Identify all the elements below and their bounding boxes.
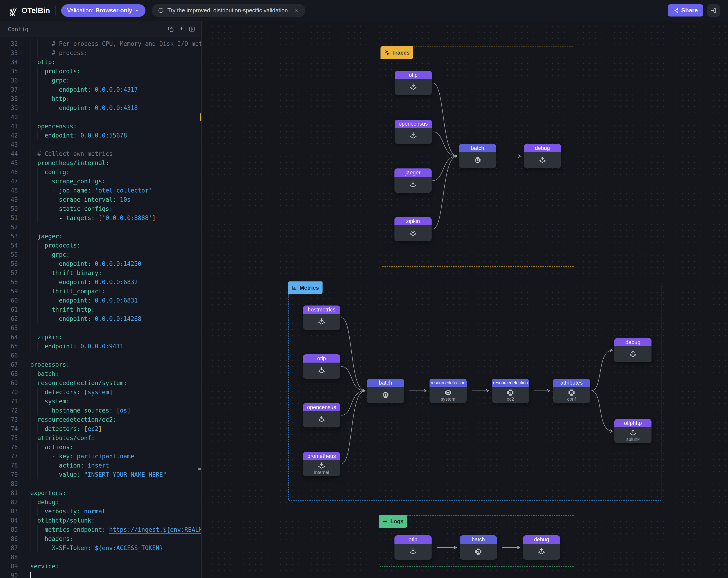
- code-line[interactable]: 88: [0, 553, 201, 562]
- notice-close-button[interactable]: [294, 8, 300, 13]
- node-t-jaeger[interactable]: jaeger: [394, 169, 432, 193]
- code-line[interactable]: 73 resourcedetection/ec2:: [0, 415, 201, 424]
- code-line[interactable]: 76 actions:: [0, 443, 201, 452]
- code-line[interactable]: 60 endpoint: 0.0.0.0:6831: [0, 296, 201, 305]
- code-text: otlp:: [30, 57, 55, 67]
- code-line[interactable]: 53 jaeger:: [0, 232, 201, 241]
- code-line[interactable]: 62 endpoint: 0.0.0.0:14268: [0, 314, 201, 323]
- node-title: jaeger: [394, 169, 432, 177]
- code-line[interactable]: 75 attributes/conf:: [0, 433, 201, 443]
- code-line[interactable]: 56 endpoint: 0.0.0.0:14250: [0, 259, 201, 268]
- node-l-batch[interactable]: batch: [460, 535, 497, 560]
- share-button[interactable]: Share: [668, 4, 703, 17]
- code-line[interactable]: 48 - job_name: 'otel-collector': [0, 186, 201, 195]
- code-line[interactable]: 45 prometheus/internal:: [0, 158, 201, 168]
- code-line[interactable]: 59 thrift_compact:: [0, 287, 201, 296]
- code-line[interactable]: 35 protocols:: [0, 67, 201, 76]
- node-l-otlp[interactable]: otlp: [394, 535, 432, 560]
- code-line[interactable]: 38 http:: [0, 94, 201, 103]
- code-line[interactable]: 78 action: insert: [0, 461, 201, 470]
- code-line[interactable]: 71 system:: [0, 397, 201, 406]
- node-t-debug[interactable]: debug: [524, 144, 561, 168]
- code-line[interactable]: 66: [0, 351, 201, 360]
- code-line[interactable]: 64 zipkin:: [0, 332, 201, 342]
- node-t-opencensus[interactable]: opencensus: [395, 120, 432, 144]
- code-line[interactable]: 42 endpoint: 0.0.0.0:55678: [0, 131, 201, 140]
- node-m-otlp[interactable]: otlp: [303, 354, 340, 379]
- processor-icon: [506, 388, 515, 397]
- code-line[interactable]: 65 endpoint: 0.0.0.0:9411: [0, 342, 201, 351]
- line-number: 36: [0, 76, 18, 85]
- code-line[interactable]: 47 scrape_configs:: [0, 177, 201, 186]
- code-line[interactable]: 68 batch:: [0, 369, 201, 378]
- scrollbar-thumb[interactable]: [199, 468, 201, 470]
- code-line[interactable]: 84 otlphttp/splunk:: [0, 516, 201, 525]
- code-line[interactable]: 55 grpc:: [0, 250, 201, 259]
- line-number: 39: [0, 103, 18, 112]
- code-line[interactable]: 52: [0, 223, 201, 232]
- code-line[interactable]: 80: [0, 479, 201, 488]
- node-m-prometheus[interactable]: prometheusinternal: [303, 452, 340, 476]
- code-line[interactable]: 46 config:: [0, 168, 201, 177]
- node-m-hostmetrics[interactable]: hostmetrics: [303, 305, 340, 330]
- validation-dropdown[interactable]: Validation: Browser-only: [61, 4, 146, 17]
- signin-button[interactable]: [707, 4, 720, 17]
- code-line[interactable]: 49 scrape_interval: 10s: [0, 195, 201, 204]
- code-line[interactable]: 74 detectors: [ec2]: [0, 424, 201, 433]
- code-line[interactable]: 72 hostname_sources: [os]: [0, 406, 201, 415]
- node-t-otlp[interactable]: otlp: [395, 71, 432, 95]
- code-line[interactable]: 61 thrift_http:: [0, 305, 201, 314]
- collapse-panel-button[interactable]: [187, 24, 197, 34]
- node-m-debug[interactable]: debug: [615, 338, 651, 362]
- copy-button[interactable]: [165, 24, 176, 34]
- code-line[interactable]: 37 endpoint: 0.0.0.0:4317: [0, 85, 201, 94]
- node-m-rd-system[interactable]: resourcedetectionsystem: [430, 379, 467, 403]
- line-number: 63: [0, 323, 18, 332]
- code-line[interactable]: 36 grpc:: [0, 76, 201, 85]
- code-editor[interactable]: 32 # Per process CPU, Memory and Disk I/…: [0, 37, 201, 578]
- code-line[interactable]: 83 verbosity: normal: [0, 507, 201, 516]
- code-line[interactable]: 50 static_configs:: [0, 204, 201, 213]
- code-line[interactable]: 39 endpoint: 0.0.0.0:4318: [0, 103, 201, 112]
- code-line[interactable]: 69 resourcedetection/system:: [0, 378, 201, 387]
- code-line[interactable]: 86 headers:: [0, 534, 201, 544]
- exporter-icon: [538, 156, 547, 165]
- code-line[interactable]: 34 otlp:: [0, 57, 201, 67]
- code-line[interactable]: 81exporters:: [0, 488, 201, 498]
- node-title: otlp: [303, 354, 340, 362]
- code-line[interactable]: 54 protocols:: [0, 241, 201, 250]
- code-line[interactable]: 41 opencensus:: [0, 122, 201, 131]
- diagram-canvas[interactable]: [202, 21, 728, 578]
- code-line[interactable]: 51 - targets: ['0.0.0.0:8888']: [0, 213, 201, 223]
- code-line[interactable]: 57 thrift_binary:: [0, 268, 201, 278]
- code-line[interactable]: 44 # Collect own metrics: [0, 149, 201, 158]
- node-m-batch[interactable]: batch: [367, 379, 404, 403]
- node-m-opencensus[interactable]: opencensus: [303, 403, 340, 427]
- node-m-otlphttp[interactable]: otlphttpsplunk: [615, 419, 651, 443]
- code-line[interactable]: 79 value: "INSERT_YOUR_NAME_HERE": [0, 470, 201, 479]
- code-line[interactable]: 85 metrics_endpoint: https://ingest.${en…: [0, 525, 201, 534]
- code-line[interactable]: 77 - key: participant.name: [0, 452, 201, 461]
- code-line[interactable]: 63: [0, 323, 201, 332]
- code-line[interactable]: 82 debug:: [0, 498, 201, 507]
- node-l-debug[interactable]: debug: [523, 535, 560, 560]
- code-line[interactable]: 87 X-SF-Token: ${env:ACCESS_TOKEN}: [0, 544, 201, 553]
- code-line[interactable]: 70 detectors: [system]: [0, 387, 201, 397]
- code-line[interactable]: 32 # Per process CPU, Memory and Disk I/…: [0, 39, 201, 48]
- code-line[interactable]: 43: [0, 140, 201, 149]
- code-line[interactable]: 33 # process:: [0, 48, 201, 57]
- node-t-zipkin[interactable]: zipkin: [394, 217, 432, 241]
- node-m-rd-ec2[interactable]: resourcedetectionec2: [492, 379, 529, 403]
- line-number: 84: [0, 516, 18, 525]
- code-line[interactable]: 89service:: [0, 562, 201, 571]
- code-line[interactable]: 58 endpoint: 0.0.0.0:6832: [0, 278, 201, 287]
- line-number: 51: [0, 213, 18, 223]
- node-m-attributes[interactable]: attributesconf: [553, 379, 590, 403]
- node-t-batch[interactable]: batch: [459, 144, 496, 168]
- code-line[interactable]: 40: [0, 112, 201, 122]
- code-line[interactable]: 90: [0, 571, 201, 578]
- code-line[interactable]: 67processors:: [0, 360, 201, 369]
- node-title: prometheus: [303, 452, 340, 460]
- download-button[interactable]: [176, 24, 187, 34]
- node-body: [303, 411, 340, 427]
